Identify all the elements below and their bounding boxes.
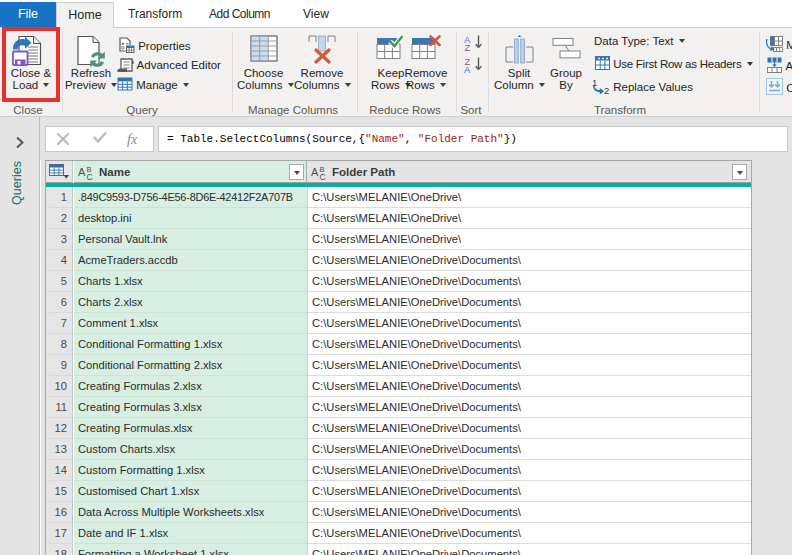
svg-text:1: 1 bbox=[592, 78, 597, 88]
svg-text:Z: Z bbox=[465, 42, 471, 52]
svg-text:C: C bbox=[87, 172, 93, 181]
svg-text:fx: fx bbox=[127, 132, 138, 147]
svg-text:A: A bbox=[464, 64, 471, 74]
svg-text:A: A bbox=[311, 166, 319, 178]
svg-text:2: 2 bbox=[604, 85, 609, 95]
svg-text:A: A bbox=[78, 166, 86, 178]
svg-text:C: C bbox=[320, 172, 326, 181]
